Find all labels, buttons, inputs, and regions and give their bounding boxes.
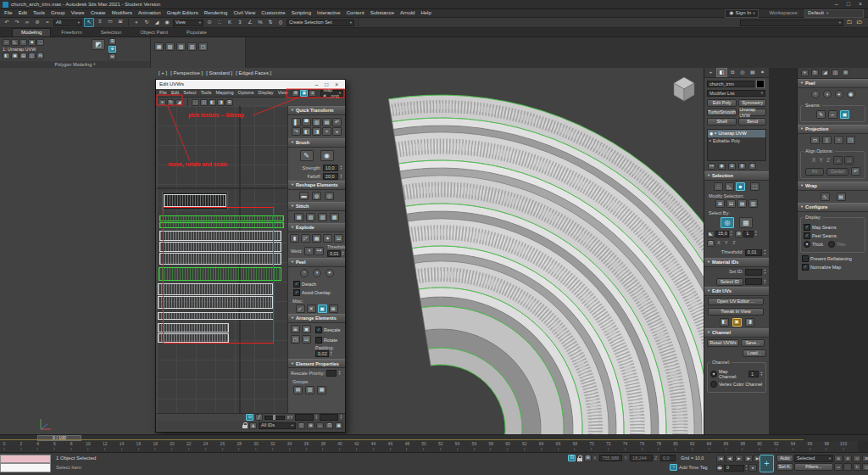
rotate-checkbox[interactable] [315,337,322,344]
select-and-move-icon[interactable]: ⌖ [132,19,141,26]
selection-lock-icon[interactable] [577,458,582,461]
axis-button[interactable]: X [812,157,816,164]
planar-angle-icon[interactable]: ◣ [707,231,715,238]
timeline-tick[interactable]: 0 [3,442,6,450]
timeline-tick[interactable]: 30 [253,442,259,450]
maximize-viewport-icon[interactable]: ◱ [862,463,868,471]
edit-seams-icon[interactable]: ✓ [296,305,305,313]
edit-icon[interactable]: ▦ [154,42,164,51]
pack-full-icon[interactable]: ◳ [291,335,300,344]
uvw-menu-item[interactable]: Tools [201,90,212,95]
selection-filter-dropdown[interactable]: All ▾ [53,20,82,26]
uvw-menu-item[interactable]: File [159,90,167,95]
spinner[interactable]: ▲▼ [764,279,766,284]
preview-icon[interactable]: ◧ [3,53,10,59]
reset-peel-icon[interactable]: ◉ [847,90,855,98]
relax-element-icon[interactable]: ◎ [325,192,334,200]
strength-field[interactable]: 10,0 [323,165,338,171]
menu-item[interactable]: Interactive [317,10,341,16]
stack-item-editable-poly[interactable]: ▸ Editable Poly [708,137,765,145]
menu-item[interactable]: Rendering [204,10,228,16]
timeline-tick[interactable]: 88 [740,442,745,450]
target-weld-icon[interactable]: ⊶ [314,247,324,255]
pan-icon[interactable]: ⇔ [843,463,852,471]
timeline-tick[interactable]: 18 [153,442,158,450]
timeline-tick[interactable]: 86 [724,442,729,450]
expand-selection-icon[interactable]: ⊞ [715,199,725,208]
menu-item[interactable]: Views [71,10,85,16]
rollout-brush[interactable]: ▼Brush [288,138,345,148]
zoom-extents-all-icon[interactable]: ⊠ [862,455,868,462]
rollout-wrap[interactable]: ▼Wrap [798,182,868,191]
open-uv-editor-button[interactable]: Open UV Editor ... [708,298,764,305]
current-frame-field[interactable]: 0 [724,465,744,472]
paint-select-icon[interactable]: ◮ [249,422,257,429]
rotate-icon[interactable]: ↻ [167,99,175,106]
space-horizontal-icon[interactable]: ▥ [312,118,321,126]
named-selection-sets-icon[interactable]: {} [276,19,285,26]
align-left-icon[interactable]: ◧ [302,127,311,136]
threshold-field[interactable]: 0,01 [327,250,341,257]
go-to-start-button[interactable]: |◀ [716,455,725,462]
timeline-tick[interactable]: 68 [572,442,577,450]
rollout-peel[interactable]: ▼Peel [798,79,868,88]
uv-shell[interactable] [158,323,229,332]
menu-item[interactable]: Substance [370,10,394,16]
ribbon-tab[interactable]: Freeform [53,29,90,36]
pelt-grid-icon[interactable]: ⊞ [292,90,299,97]
modifier-button[interactable]: TurboSmooth [707,109,737,116]
timeline-tick[interactable]: 92 [774,442,779,450]
break-icon[interactable]: ▮ [290,234,299,243]
spinner[interactable]: ▲▼ [338,371,341,376]
menu-item[interactable]: File [4,10,13,16]
align-right-icon[interactable]: ◨ [312,127,321,136]
angle-snap-icon[interactable]: ∠ [246,19,254,26]
menu-item[interactable]: Help [420,10,431,16]
timeline-tick[interactable]: 70 [589,442,594,450]
space-vertical-icon[interactable]: ▤ [322,118,331,126]
modifier-button[interactable]: Edit Poly [707,99,737,107]
make-unique-icon[interactable]: ⧉ [728,163,736,170]
timeline-tick[interactable]: 8 [70,442,73,450]
timeline-tick[interactable]: 62 [522,442,527,450]
matid-select-icon[interactable]: ⊞ [735,231,743,238]
reset-uvws-button[interactable]: Reset UVWs [707,339,739,347]
group-selected-icon[interactable]: ▤ [293,386,303,394]
spinner[interactable]: ▲▼ [754,231,757,236]
properties-icon[interactable]: ◳ [198,42,208,51]
matid-select-field[interactable]: 1 [743,231,754,238]
rollout-arrange-elements[interactable]: ▼Arrange Elements [288,314,345,323]
freeform-gizmo-icon[interactable]: ╱ [255,414,263,421]
straighten-icon[interactable]: ▬ [299,192,309,200]
bind-to-space-warp-icon[interactable]: ≈ [43,19,52,26]
lock-selection-icon[interactable] [242,425,248,428]
rollout-selection[interactable]: ▼Selection [704,171,769,181]
quick-peel-icon[interactable]: ◔ [300,269,309,277]
reset-projection-icon[interactable]: ↶ [851,167,860,176]
timeline-tick[interactable]: 58 [488,442,493,450]
snap-icon[interactable]: ⊞ [225,99,233,106]
minimize-button[interactable]: – [315,81,319,87]
timeline-tick[interactable]: 54 [455,442,460,450]
isolate-selection-icon[interactable]: ⊡ [568,455,576,461]
uv-canvas[interactable] [157,106,287,413]
timeline-tick[interactable]: 22 [186,442,192,450]
v-coordinate-field[interactable] [320,414,338,421]
move-icon[interactable]: ⌖ [159,99,166,106]
vertex-color-radio[interactable] [710,381,717,388]
x-coordinate-field[interactable]: 755,988 [599,455,622,461]
rollout-explode[interactable]: ▼Explode [288,223,345,232]
object-color-swatch[interactable] [756,80,765,88]
timeline-tick[interactable]: 4 [36,442,39,450]
convert-edges-to-seams-icon[interactable]: ▣ [840,110,849,119]
prevent-reflattening-checkbox[interactable] [802,255,809,262]
timeline-tick[interactable]: 76 [640,442,645,450]
remove-modifier-icon[interactable]: 🗑 [738,163,746,170]
pan-icon[interactable]: ⇔ [316,422,324,429]
spinner-snap-icon[interactable]: ⇅ [266,19,275,26]
viewport-style-menu[interactable]: [ Standard ] [206,70,232,76]
polygon-mode-icon[interactable]: ■ [28,39,36,46]
uvw-dialog-titlebar[interactable]: Edit UVWs – □ × [156,80,345,89]
object-name-field[interactable]: church_trim [707,81,754,87]
key-filters-button[interactable]: Filters... [794,463,833,471]
